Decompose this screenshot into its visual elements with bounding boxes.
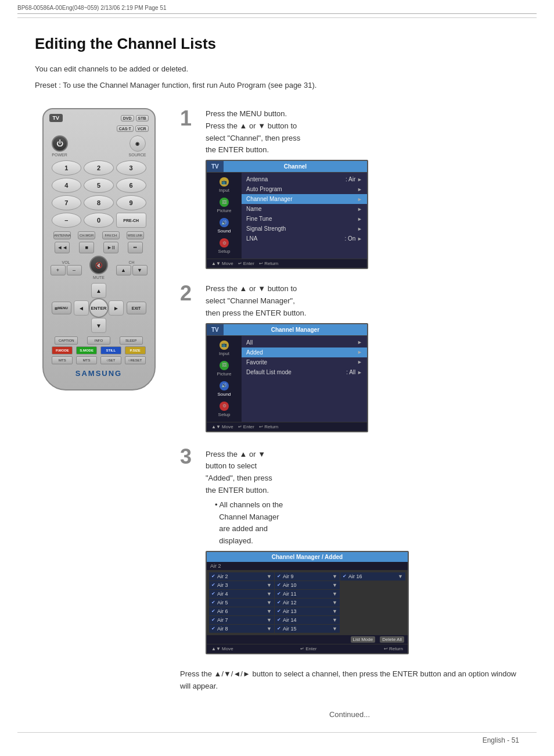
footer-return: ↩ Return	[259, 261, 278, 266]
remote-btn-0[interactable]: 0	[84, 213, 114, 228]
remote-vol-up[interactable]: +	[51, 265, 66, 275]
added-label: Added	[246, 349, 263, 356]
remote-dvd-btn[interactable]: DVD	[121, 115, 134, 121]
remote-power-button[interactable]: ⏻	[52, 135, 68, 152]
sidebar2-sound: 🔊 Sound	[207, 379, 242, 399]
lna-label: LNA	[246, 235, 257, 242]
tv-menu-1: TV Channel 📺 Input 🖼	[206, 160, 368, 269]
remote-dpad-enter[interactable]: ENTER	[89, 298, 109, 318]
tv-menu-2-sidebar: 📺 Input 🖼 Picture 🔊 Sound	[207, 336, 242, 422]
lna-value: : On ►	[344, 235, 362, 242]
list-mode-btn[interactable]: List Mode	[351, 636, 376, 643]
remote-rew-btn[interactable]: ◄◄	[55, 242, 70, 253]
delete-all-btn[interactable]: Delete All	[380, 636, 404, 643]
tv-menu-1-header-left: TV	[207, 161, 224, 172]
two-col-layout: TV DVD STB CAS·T VCR ⏻	[35, 108, 519, 719]
ch-manager-header: Channel Manager / Added	[207, 552, 408, 562]
remote-vcr-btn[interactable]: VCR	[135, 126, 149, 132]
remote-btn-1[interactable]: 1	[52, 160, 82, 175]
remote-btn-2[interactable]: 2	[84, 160, 114, 175]
remote-menu-btn[interactable]: ⊞ MENU	[52, 302, 71, 314]
remote-stop-btn[interactable]: ■	[79, 242, 94, 253]
remote-mts2-btn[interactable]: MTS	[76, 356, 97, 364]
remote-source-button[interactable]: ◉	[129, 135, 146, 152]
ch-air12: ✔Air 12▼	[275, 599, 340, 607]
remote-numpad: 1 2 3 4 5 6 7 8 9 – 0 PRE-CH	[52, 160, 146, 228]
remote-play-btn[interactable]: ►II	[103, 242, 118, 253]
remote-stb-btn[interactable]: STB	[136, 115, 149, 121]
remote-btn-6[interactable]: 6	[116, 178, 146, 193]
remote-btn-3[interactable]: 3	[116, 160, 146, 175]
remote-sleep-btn[interactable]: SLEEP	[120, 336, 143, 345]
sound2-label: Sound	[217, 392, 231, 397]
remote-mute-btn[interactable]: 🔇	[89, 256, 108, 274]
tv-menu-1-footer: ▲▼ Move ↵ Enter ↩ Return	[207, 259, 367, 268]
all-label: All	[246, 339, 253, 346]
remote-control: TV DVD STB CAS·T VCR ⏻	[42, 108, 156, 390]
remote-btn-9[interactable]: 9	[116, 195, 146, 210]
remote-samsung-logo: SAMSUNG	[49, 369, 149, 378]
defaultlist-label: Default List mode	[246, 369, 292, 375]
intro-line-2: Preset : To use the Channel Manager func…	[35, 80, 519, 91]
remote-still-btn[interactable]: STILL	[100, 346, 121, 354]
remote-volch-row: VOL + – 🔇 MUTE CH ▲ ▼	[51, 256, 148, 280]
remote-info-btn[interactable]: INFO	[87, 336, 110, 345]
remote-vol-down[interactable]: –	[67, 265, 82, 275]
ch-manager-grid: ✔Air 2▼ ✔Air 3▼ ✔Air 4▼ ✔Air 5▼ ✔Air 6▼ …	[207, 570, 408, 635]
tv-menu-2-footer: ▲▼ Move ↵ Enter ↩ Return	[207, 422, 367, 431]
remote-source-group: DVD STB	[121, 115, 149, 121]
tv-menu-2-header-left: TV	[207, 324, 224, 335]
autoprog-label: Auto Program	[246, 186, 282, 192]
remote-caption-btn[interactable]: CAPTION	[55, 336, 78, 345]
chmgr-arrow: ►	[357, 196, 362, 202]
remote-btn-prech[interactable]: PRE-CH	[116, 213, 146, 228]
remote-btn-5[interactable]: 5	[84, 178, 114, 193]
remote-dpad-down[interactable]: ▼	[91, 318, 106, 333]
remote-btn-7[interactable]: 7	[52, 195, 82, 210]
remote-dpad-left[interactable]: ◄	[74, 300, 89, 316]
main-content: Editing the Channel Lists You can edit c…	[35, 35, 519, 719]
sidebar-sound: 🔊 Sound	[207, 216, 242, 236]
remote-ch-down[interactable]: ▼	[132, 265, 148, 275]
remote-antenna-btn[interactable]: ANTENNA	[53, 231, 71, 239]
sound-label: Sound	[217, 228, 231, 234]
remote-bottom-row: MTS MTS ○SET ○RESET	[51, 356, 148, 364]
remote-btn-dash[interactable]: –	[52, 213, 82, 228]
sound2-icon: 🔊	[220, 381, 229, 390]
antenna-value: : Air ►	[346, 176, 362, 182]
remote-psize-btn[interactable]: P.SIZE	[125, 346, 146, 354]
remote-btn-8[interactable]: 8	[84, 195, 114, 210]
remote-mts-btn[interactable]: MTS	[52, 356, 73, 364]
page-title: Editing the Channel Lists	[35, 35, 519, 53]
ch-footer-return: ↩ Return	[384, 646, 403, 651]
remote-pmode-btn[interactable]: P.MODE	[52, 346, 73, 354]
menu-item-chmgr: Channel Manager ►	[242, 194, 367, 204]
remote-btn-4[interactable]: 4	[52, 178, 82, 193]
ch-air10: ✔Air 10▼	[275, 581, 340, 589]
remote-exit-btn[interactable]: EXIT	[127, 302, 146, 314]
ch-footer-move: ▲▼ Move	[211, 646, 233, 651]
setup-label: Setup	[218, 249, 231, 254]
remote-set-btn[interactable]: ○SET	[100, 356, 121, 364]
remote-chmgr-btn[interactable]: CH.MGR	[78, 231, 95, 239]
ch-col-3: ✔Air 16▼	[340, 572, 405, 633]
menu-item-autoprog: Auto Program ►	[242, 184, 367, 194]
step-1-number: 1	[180, 108, 196, 129]
remote-favch-btn[interactable]: FAV.CH	[102, 231, 120, 239]
remote-ff-btn[interactable]: ••	[128, 242, 143, 253]
remote-wiselink-btn[interactable]: WISE LINK	[127, 231, 144, 239]
remote-smode-btn[interactable]: S.MODE	[76, 346, 97, 354]
remote-reset-btn[interactable]: ○RESET	[125, 356, 146, 364]
remote-top-bar-2: CAS·T VCR	[49, 126, 149, 132]
remote-ch-up[interactable]: ▲	[116, 265, 131, 275]
ch-air3: ✔Air 3▼	[209, 581, 274, 589]
tv-menu-2-items: All ► Added ► Favorite ►	[242, 336, 367, 422]
tv-menu-2-body: 📺 Input 🖼 Picture 🔊 Sound	[207, 336, 367, 422]
remote-dpad-right[interactable]: ►	[109, 300, 124, 316]
ch-air14: ✔Air 14▼	[275, 616, 340, 624]
step-2-number: 2	[180, 283, 196, 304]
remote-mute-label: MUTE	[93, 275, 105, 280]
remote-dpad-up[interactable]: ▲	[91, 283, 106, 298]
remote-cast-btn[interactable]: CAS·T	[117, 126, 134, 132]
input2-label: Input	[219, 351, 229, 356]
